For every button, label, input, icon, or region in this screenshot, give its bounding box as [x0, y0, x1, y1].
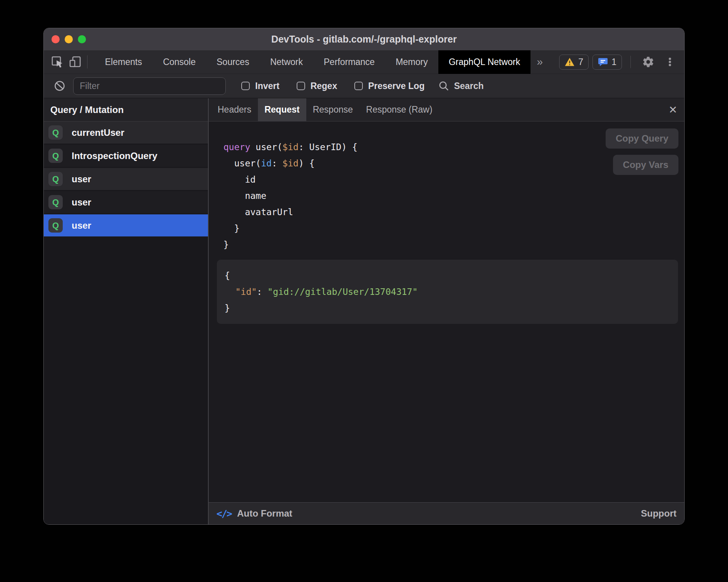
checkbox-box[interactable]: [241, 82, 250, 90]
query-list-item[interactable]: Q user: [44, 214, 208, 236]
detail-tab[interactable]: Headers: [211, 98, 258, 121]
query-list: Q currentUser Q IntrospectionQuery Q use…: [44, 122, 208, 524]
issues-badge[interactable]: 1: [592, 55, 622, 70]
message-icon: [598, 57, 608, 67]
panel-tab-label: Memory: [396, 57, 428, 67]
request-body: query user($id: UserID) { user(id: $id) …: [209, 122, 684, 502]
detail-tab-label: Response: [313, 104, 353, 115]
devtools-tabbar: ElementsConsoleSourcesNetworkPerformance…: [44, 50, 684, 74]
panel-tab[interactable]: Network: [260, 50, 313, 74]
warning-count: 7: [578, 57, 583, 67]
inspect-element-icon[interactable]: [48, 53, 66, 71]
filter-checkbox[interactable]: Preserve Log: [354, 81, 425, 91]
query-type-badge: Q: [48, 125, 63, 140]
detail-tabbar: HeadersRequestResponseResponse (Raw) ✕: [209, 98, 684, 122]
query-list-item-label: user: [72, 220, 91, 231]
query-list-item-label: user: [72, 174, 91, 185]
query-type-badge: Q: [48, 218, 63, 233]
query-list-item[interactable]: Q user: [44, 168, 208, 190]
clear-filter-icon[interactable]: [51, 77, 69, 95]
query-list-item-label: IntrospectionQuery: [72, 151, 157, 161]
detail-tab[interactable]: Response (Raw): [359, 98, 439, 121]
panel-tab-label: Sources: [216, 57, 249, 67]
query-list-item-label: user: [72, 197, 91, 208]
more-tabs-chevron-icon[interactable]: »: [531, 56, 549, 68]
filter-toolbar: Invert Regex Preserve Log Search: [44, 74, 684, 98]
toolbar-divider: [87, 55, 88, 68]
filter-checkbox[interactable]: Regex: [297, 81, 337, 91]
checkbox-label: Invert: [255, 81, 280, 91]
panel-tab[interactable]: Performance: [313, 50, 385, 74]
filter-checkbox[interactable]: Invert: [241, 81, 280, 91]
search-control[interactable]: Search: [438, 80, 484, 91]
checkbox-label: Preserve Log: [368, 81, 425, 91]
maximize-window-button[interactable]: [78, 35, 86, 43]
panel-tab-label: Performance: [324, 57, 375, 67]
panel-tab[interactable]: Elements: [94, 50, 153, 74]
query-list-panel: Query / Mutation Q currentUser Q Introsp…: [44, 98, 209, 524]
search-icon: [438, 80, 449, 91]
checkbox-label: Regex: [311, 81, 337, 91]
panel-tab-label: Network: [270, 57, 303, 67]
copy-query-button[interactable]: Copy Query: [606, 128, 678, 149]
window-title: DevTools - gitlab.com/-/graphql-explorer: [271, 34, 457, 45]
panel-tabs: ElementsConsoleSourcesNetworkPerformance…: [94, 50, 531, 74]
code-brackets-icon: </>: [216, 508, 232, 519]
query-type-badge: Q: [48, 172, 63, 186]
kebab-menu-icon[interactable]: [661, 53, 679, 71]
detail-footer: </> Auto Format Support: [209, 502, 684, 524]
status-badges: 7 1: [559, 53, 679, 71]
warnings-badge[interactable]: 7: [559, 55, 589, 70]
checkbox-box[interactable]: [297, 82, 305, 90]
checkbox-box[interactable]: [354, 82, 363, 90]
search-label: Search: [454, 81, 484, 91]
query-type-badge: Q: [48, 195, 63, 209]
devtools-window: DevTools - gitlab.com/-/graphql-explorer…: [43, 28, 685, 525]
filter-checkboxes: Invert Regex Preserve Log: [241, 81, 424, 91]
query-list-item-label: currentUser: [72, 127, 124, 138]
titlebar: DevTools - gitlab.com/-/graphql-explorer: [44, 28, 684, 50]
copy-buttons: Copy Query Copy Vars: [606, 128, 678, 175]
detail-tab-label: Headers: [218, 104, 251, 115]
query-list-item[interactable]: Q currentUser: [44, 122, 208, 144]
issues-count: 1: [611, 57, 616, 67]
detail-tabs: HeadersRequestResponseResponse (Raw): [211, 98, 439, 121]
panel-tab[interactable]: Sources: [206, 50, 259, 74]
panel-tab[interactable]: GraphQL Network: [438, 50, 531, 74]
badges-divider: [630, 56, 631, 68]
main-split: Query / Mutation Q currentUser Q Introsp…: [44, 98, 684, 524]
warning-icon: [565, 57, 575, 67]
query-list-header: Query / Mutation: [44, 98, 208, 122]
traffic-lights: [52, 28, 86, 50]
panel-tab[interactable]: Memory: [385, 50, 438, 74]
minimize-window-button[interactable]: [65, 35, 73, 43]
panel-tab[interactable]: Console: [153, 50, 206, 74]
query-list-item[interactable]: Q IntrospectionQuery: [44, 145, 208, 167]
detail-tab-label: Request: [264, 104, 300, 115]
detail-tab[interactable]: Response: [306, 98, 360, 121]
copy-vars-button[interactable]: Copy Vars: [613, 155, 678, 175]
query-list-item[interactable]: Q user: [44, 191, 208, 213]
device-toolbar-icon[interactable]: [66, 53, 84, 71]
panel-tab-label: Console: [163, 57, 196, 67]
filter-input[interactable]: [73, 77, 226, 95]
panel-tab-label: GraphQL Network: [449, 57, 520, 67]
panel-tab-label: Elements: [105, 57, 142, 67]
query-type-badge: Q: [48, 149, 63, 163]
request-detail-panel: HeadersRequestResponseResponse (Raw) ✕ q…: [209, 98, 684, 524]
settings-gear-icon[interactable]: [639, 53, 657, 71]
support-link[interactable]: Support: [641, 508, 676, 519]
close-detail-icon[interactable]: ✕: [668, 98, 677, 121]
query-variables-block: { "id": "gid://gitlab/User/13704317"}: [217, 260, 678, 324]
detail-tab[interactable]: Request: [258, 98, 306, 121]
auto-format-button[interactable]: Auto Format: [237, 508, 292, 519]
detail-tab-label: Response (Raw): [366, 104, 432, 115]
close-window-button[interactable]: [52, 35, 60, 43]
